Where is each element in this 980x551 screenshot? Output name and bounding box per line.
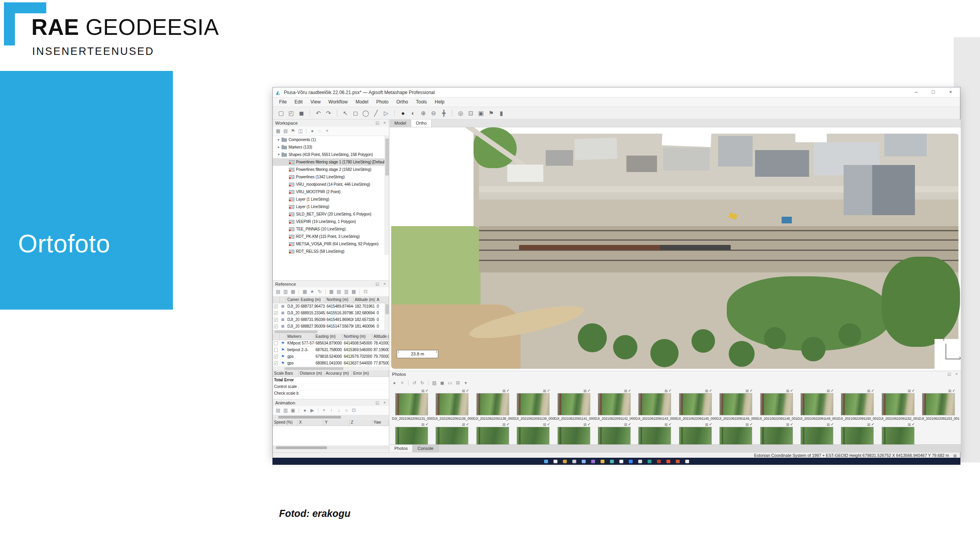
photo-image[interactable] [800, 393, 833, 415]
enable-item-icon[interactable]: ● [309, 127, 316, 135]
photo-image[interactable] [922, 393, 955, 415]
photo-image[interactable] [476, 393, 509, 415]
add-marker-icon[interactable]: ⚑ [289, 127, 297, 135]
add-scalebar-icon[interactable]: ◫ [297, 127, 304, 135]
taskbar-icon[interactable] [544, 460, 548, 463]
tree-expander-icon[interactable]: ▾ [276, 151, 281, 158]
photo-image[interactable] [598, 427, 631, 444]
print-report-icon[interactable]: ▩ [350, 288, 358, 295]
workspace-dock-controls[interactable]: ◱ × [376, 120, 387, 127]
separator-icon[interactable] [304, 129, 307, 134]
taskbar-icon[interactable] [572, 460, 576, 463]
workspace-tree-item[interactable]: VEEPIIR (19 LineString, 1 Polygon) [273, 218, 389, 225]
show-flags-icon[interactable]: ⚑ [486, 108, 496, 118]
anim-load-icon[interactable]: ▤ [274, 407, 282, 414]
reference-settings-icon[interactable]: ⊡ [362, 288, 369, 295]
workspace-tree-item[interactable]: Powerlines filtering stage 2 (1582 LineS… [273, 166, 389, 173]
workspace-tree-item[interactable]: ▸ Components (1) [273, 136, 389, 143]
rect-select-icon[interactable]: ◻ [350, 108, 361, 118]
photo-image[interactable] [476, 427, 509, 444]
taskbar-icon[interactable] [554, 460, 557, 463]
cameras-scrollbar[interactable] [385, 303, 389, 330]
workspace-tree-item[interactable]: METSA_VOSA_PIIR (64 LineString, 92 Polyg… [273, 240, 389, 248]
help-menu[interactable]: Help [431, 98, 448, 107]
anim-settings-icon[interactable]: ⊡ [350, 407, 358, 414]
photo-menu[interactable]: Photo [372, 98, 392, 107]
view-variance-icon[interactable]: ▥ [343, 288, 350, 295]
move-tool-icon[interactable]: ╋ [439, 108, 449, 118]
photo-image[interactable] [679, 393, 712, 415]
float-panel-icon[interactable]: ◱ [947, 372, 953, 376]
import-reference-icon[interactable]: ▤ [274, 288, 282, 295]
undo-icon[interactable]: ↶ [313, 108, 323, 118]
save-project-icon[interactable]: ◼ [296, 108, 307, 118]
ortho-viewport[interactable]: 23.8 m Y X [390, 127, 961, 371]
photos-bottom-tab[interactable]: Photos [390, 445, 413, 452]
edit-menu[interactable]: Edit [290, 98, 307, 107]
markers-hscrollbar[interactable] [273, 367, 385, 370]
marker-checkbox[interactable]: ✓ [274, 341, 278, 345]
taskbar-icon[interactable] [666, 460, 670, 463]
camera-row[interactable]: ✓ ▦ DJI_20... 688915.233452 6415516.3979… [273, 310, 389, 317]
minimize-button[interactable]: – [908, 87, 924, 97]
workspace-tree-item[interactable]: Powerlines filtering stage 1 (1780 LineS… [273, 158, 389, 166]
anim-record-icon[interactable]: ● [301, 407, 309, 414]
taskbar-icon[interactable] [629, 460, 633, 463]
workspace-scrollbar[interactable] [385, 136, 389, 255]
add-photos-icon[interactable]: ▤ [282, 127, 289, 135]
print-report-icon[interactable]: ▩ [328, 288, 335, 295]
taskbar-icon[interactable] [601, 460, 604, 463]
workspace-tree-item[interactable]: RDT_PK-KM (115 Point, 3 LineString) [273, 233, 389, 240]
settings-icon[interactable]: ⊡ [466, 108, 476, 118]
maximize-button[interactable]: □ [926, 87, 941, 97]
update-transform-icon[interactable]: ↻ [316, 288, 323, 295]
separator-icon[interactable] [358, 289, 360, 294]
photo-image[interactable] [598, 393, 631, 415]
separator-icon[interactable] [316, 408, 318, 413]
view-errors-icon[interactable]: ▦ [301, 288, 309, 295]
module-icon[interactable]: ▮ [496, 108, 506, 118]
float-panel-icon[interactable]: ◱ [376, 282, 381, 286]
new-document-icon[interactable]: ▢ [276, 108, 286, 118]
workspace-tree-item[interactable]: VRU_mootjooned (14 Point, 446 LineString… [273, 181, 389, 188]
export-reference-icon[interactable]: ▥ [282, 288, 289, 295]
photo-image[interactable] [436, 393, 468, 415]
convert-reference-icon[interactable]: ▦ [289, 288, 297, 295]
workspace-tree-item[interactable]: VRU_MOOTPIIR (2 Point) [273, 188, 389, 196]
separator-icon[interactable] [323, 289, 326, 294]
draw-polygon-icon[interactable]: ▷ [381, 108, 391, 118]
anim-save-icon[interactable]: ▥ [282, 407, 289, 414]
optimize-cameras-icon[interactable]: ★ [309, 288, 316, 295]
taskbar-icon[interactable] [619, 460, 623, 463]
open-project-icon[interactable]: ◰ [286, 108, 296, 118]
anim-down-icon[interactable]: ↓ [335, 407, 343, 414]
marker-row[interactable]: ✓ ⚑ betpost 2-3- 687631.758000 6415369.5… [273, 347, 389, 353]
photo-image[interactable] [638, 427, 671, 444]
window-titlebar[interactable]: ◭ Piusa-Võru raudteelõik 22.06.21.psx* —… [273, 87, 960, 98]
scalebar-row[interactable]: Check scale b... [273, 390, 389, 397]
model-menu[interactable]: Model [352, 98, 372, 107]
rotate-right-icon[interactable]: ↻ [418, 379, 426, 387]
select-cursor-icon[interactable]: ↖ [340, 108, 350, 118]
capture-photo-icon[interactable]: ▣ [476, 108, 486, 118]
anim-up-icon[interactable]: ↑ [328, 407, 335, 414]
float-panel-icon[interactable]: ◱ [376, 401, 381, 405]
separator-icon[interactable] [297, 408, 299, 413]
taskbar-icon[interactable] [648, 460, 652, 463]
workspace-tree-item[interactable]: Layer (1 LineString) [273, 196, 389, 203]
taskbar-icon[interactable] [563, 460, 567, 463]
separator-icon[interactable] [426, 381, 428, 386]
anim-play-icon[interactable]: ▶ [309, 407, 316, 414]
taskbar-icon[interactable] [676, 460, 680, 463]
taskbar-icon[interactable] [685, 460, 689, 463]
scalebar-row[interactable]: Control scale ... [273, 384, 389, 390]
animation-dock-controls[interactable]: ◱ × [376, 399, 387, 406]
camera-checkbox[interactable]: ✓ [274, 311, 278, 315]
filter-small-icon[interactable]: ▨ [430, 379, 438, 387]
marker-checkbox[interactable]: ✓ [274, 355, 278, 359]
details-view-icon[interactable]: ▭ [446, 379, 454, 387]
navigation-icon[interactable]: ● [398, 108, 408, 118]
disable-item-icon[interactable]: ◌ [316, 127, 323, 135]
separator-icon[interactable] [449, 110, 452, 117]
reset-view-icon[interactable]: ◎ [456, 108, 466, 118]
